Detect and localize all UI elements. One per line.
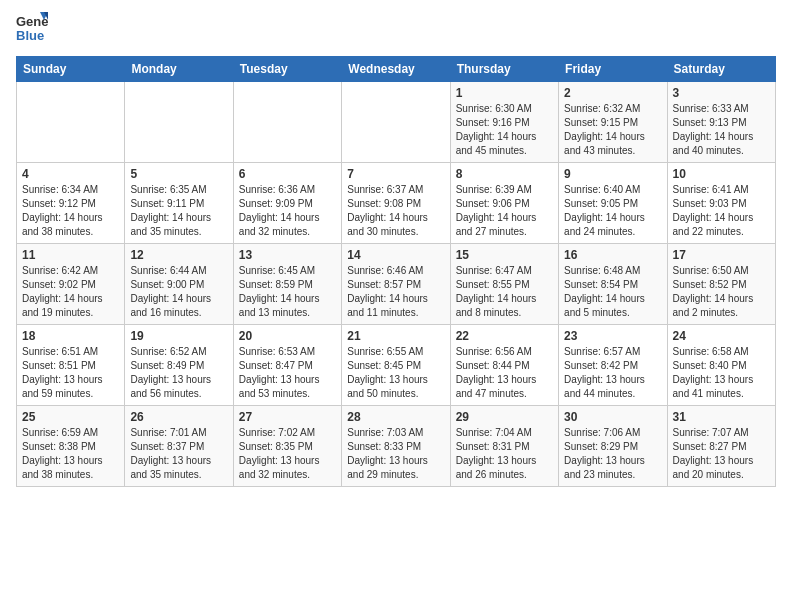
day-number: 5 — [130, 167, 227, 181]
day-info: Sunrise: 6:33 AMSunset: 9:13 PMDaylight:… — [673, 102, 770, 158]
day-number: 11 — [22, 248, 119, 262]
page: General Blue SundayMondayTuesdayWednesda… — [0, 0, 792, 612]
calendar-cell: 14Sunrise: 6:46 AMSunset: 8:57 PMDayligh… — [342, 244, 450, 325]
calendar-cell: 7Sunrise: 6:37 AMSunset: 9:08 PMDaylight… — [342, 163, 450, 244]
day-info: Sunrise: 6:57 AMSunset: 8:42 PMDaylight:… — [564, 345, 661, 401]
calendar-cell: 30Sunrise: 7:06 AMSunset: 8:29 PMDayligh… — [559, 406, 667, 487]
col-header-monday: Monday — [125, 57, 233, 82]
header: General Blue — [16, 12, 776, 48]
day-info: Sunrise: 6:40 AMSunset: 9:05 PMDaylight:… — [564, 183, 661, 239]
calendar-cell: 5Sunrise: 6:35 AMSunset: 9:11 PMDaylight… — [125, 163, 233, 244]
day-number: 26 — [130, 410, 227, 424]
calendar-cell: 6Sunrise: 6:36 AMSunset: 9:09 PMDaylight… — [233, 163, 341, 244]
day-number: 9 — [564, 167, 661, 181]
calendar-cell: 17Sunrise: 6:50 AMSunset: 8:52 PMDayligh… — [667, 244, 775, 325]
col-header-saturday: Saturday — [667, 57, 775, 82]
day-info: Sunrise: 7:01 AMSunset: 8:37 PMDaylight:… — [130, 426, 227, 482]
calendar-cell: 2Sunrise: 6:32 AMSunset: 9:15 PMDaylight… — [559, 82, 667, 163]
day-number: 24 — [673, 329, 770, 343]
day-number: 17 — [673, 248, 770, 262]
day-number: 16 — [564, 248, 661, 262]
calendar-cell — [17, 82, 125, 163]
day-number: 18 — [22, 329, 119, 343]
day-info: Sunrise: 6:55 AMSunset: 8:45 PMDaylight:… — [347, 345, 444, 401]
day-info: Sunrise: 7:03 AMSunset: 8:33 PMDaylight:… — [347, 426, 444, 482]
calendar-cell: 3Sunrise: 6:33 AMSunset: 9:13 PMDaylight… — [667, 82, 775, 163]
calendar-cell: 11Sunrise: 6:42 AMSunset: 9:02 PMDayligh… — [17, 244, 125, 325]
day-info: Sunrise: 7:04 AMSunset: 8:31 PMDaylight:… — [456, 426, 553, 482]
day-info: Sunrise: 6:52 AMSunset: 8:49 PMDaylight:… — [130, 345, 227, 401]
calendar-header-row: SundayMondayTuesdayWednesdayThursdayFrid… — [17, 57, 776, 82]
day-number: 15 — [456, 248, 553, 262]
calendar-cell: 9Sunrise: 6:40 AMSunset: 9:05 PMDaylight… — [559, 163, 667, 244]
day-number: 4 — [22, 167, 119, 181]
calendar-cell: 21Sunrise: 6:55 AMSunset: 8:45 PMDayligh… — [342, 325, 450, 406]
col-header-tuesday: Tuesday — [233, 57, 341, 82]
day-number: 25 — [22, 410, 119, 424]
calendar-cell: 8Sunrise: 6:39 AMSunset: 9:06 PMDaylight… — [450, 163, 558, 244]
calendar: SundayMondayTuesdayWednesdayThursdayFrid… — [16, 56, 776, 487]
day-number: 12 — [130, 248, 227, 262]
calendar-cell: 13Sunrise: 6:45 AMSunset: 8:59 PMDayligh… — [233, 244, 341, 325]
calendar-cell: 20Sunrise: 6:53 AMSunset: 8:47 PMDayligh… — [233, 325, 341, 406]
week-row-5: 25Sunrise: 6:59 AMSunset: 8:38 PMDayligh… — [17, 406, 776, 487]
calendar-cell: 25Sunrise: 6:59 AMSunset: 8:38 PMDayligh… — [17, 406, 125, 487]
week-row-3: 11Sunrise: 6:42 AMSunset: 9:02 PMDayligh… — [17, 244, 776, 325]
col-header-wednesday: Wednesday — [342, 57, 450, 82]
day-number: 20 — [239, 329, 336, 343]
day-info: Sunrise: 6:56 AMSunset: 8:44 PMDaylight:… — [456, 345, 553, 401]
day-info: Sunrise: 6:45 AMSunset: 8:59 PMDaylight:… — [239, 264, 336, 320]
calendar-cell: 15Sunrise: 6:47 AMSunset: 8:55 PMDayligh… — [450, 244, 558, 325]
calendar-cell: 24Sunrise: 6:58 AMSunset: 8:40 PMDayligh… — [667, 325, 775, 406]
day-info: Sunrise: 6:53 AMSunset: 8:47 PMDaylight:… — [239, 345, 336, 401]
week-row-4: 18Sunrise: 6:51 AMSunset: 8:51 PMDayligh… — [17, 325, 776, 406]
calendar-cell: 12Sunrise: 6:44 AMSunset: 9:00 PMDayligh… — [125, 244, 233, 325]
day-info: Sunrise: 6:44 AMSunset: 9:00 PMDaylight:… — [130, 264, 227, 320]
day-info: Sunrise: 6:35 AMSunset: 9:11 PMDaylight:… — [130, 183, 227, 239]
calendar-cell: 4Sunrise: 6:34 AMSunset: 9:12 PMDaylight… — [17, 163, 125, 244]
col-header-sunday: Sunday — [17, 57, 125, 82]
calendar-cell: 28Sunrise: 7:03 AMSunset: 8:33 PMDayligh… — [342, 406, 450, 487]
day-info: Sunrise: 7:02 AMSunset: 8:35 PMDaylight:… — [239, 426, 336, 482]
day-number: 22 — [456, 329, 553, 343]
day-number: 23 — [564, 329, 661, 343]
day-number: 31 — [673, 410, 770, 424]
day-info: Sunrise: 6:46 AMSunset: 8:57 PMDaylight:… — [347, 264, 444, 320]
calendar-cell: 16Sunrise: 6:48 AMSunset: 8:54 PMDayligh… — [559, 244, 667, 325]
logo-svg: General Blue — [16, 12, 48, 48]
day-number: 8 — [456, 167, 553, 181]
week-row-2: 4Sunrise: 6:34 AMSunset: 9:12 PMDaylight… — [17, 163, 776, 244]
calendar-cell: 29Sunrise: 7:04 AMSunset: 8:31 PMDayligh… — [450, 406, 558, 487]
day-number: 1 — [456, 86, 553, 100]
calendar-cell: 18Sunrise: 6:51 AMSunset: 8:51 PMDayligh… — [17, 325, 125, 406]
day-info: Sunrise: 6:36 AMSunset: 9:09 PMDaylight:… — [239, 183, 336, 239]
calendar-cell: 31Sunrise: 7:07 AMSunset: 8:27 PMDayligh… — [667, 406, 775, 487]
day-info: Sunrise: 6:50 AMSunset: 8:52 PMDaylight:… — [673, 264, 770, 320]
calendar-cell — [125, 82, 233, 163]
calendar-cell: 26Sunrise: 7:01 AMSunset: 8:37 PMDayligh… — [125, 406, 233, 487]
day-number: 10 — [673, 167, 770, 181]
day-info: Sunrise: 7:06 AMSunset: 8:29 PMDaylight:… — [564, 426, 661, 482]
calendar-cell: 10Sunrise: 6:41 AMSunset: 9:03 PMDayligh… — [667, 163, 775, 244]
calendar-cell: 1Sunrise: 6:30 AMSunset: 9:16 PMDaylight… — [450, 82, 558, 163]
day-info: Sunrise: 6:41 AMSunset: 9:03 PMDaylight:… — [673, 183, 770, 239]
calendar-cell — [342, 82, 450, 163]
day-number: 2 — [564, 86, 661, 100]
calendar-cell: 22Sunrise: 6:56 AMSunset: 8:44 PMDayligh… — [450, 325, 558, 406]
day-info: Sunrise: 6:39 AMSunset: 9:06 PMDaylight:… — [456, 183, 553, 239]
logo: General Blue — [16, 12, 48, 48]
calendar-cell — [233, 82, 341, 163]
day-info: Sunrise: 7:07 AMSunset: 8:27 PMDaylight:… — [673, 426, 770, 482]
day-number: 21 — [347, 329, 444, 343]
day-info: Sunrise: 6:58 AMSunset: 8:40 PMDaylight:… — [673, 345, 770, 401]
day-info: Sunrise: 6:48 AMSunset: 8:54 PMDaylight:… — [564, 264, 661, 320]
calendar-cell: 23Sunrise: 6:57 AMSunset: 8:42 PMDayligh… — [559, 325, 667, 406]
day-info: Sunrise: 6:47 AMSunset: 8:55 PMDaylight:… — [456, 264, 553, 320]
day-info: Sunrise: 6:37 AMSunset: 9:08 PMDaylight:… — [347, 183, 444, 239]
col-header-friday: Friday — [559, 57, 667, 82]
calendar-cell: 27Sunrise: 7:02 AMSunset: 8:35 PMDayligh… — [233, 406, 341, 487]
day-number: 14 — [347, 248, 444, 262]
day-number: 6 — [239, 167, 336, 181]
day-info: Sunrise: 6:32 AMSunset: 9:15 PMDaylight:… — [564, 102, 661, 158]
day-number: 28 — [347, 410, 444, 424]
